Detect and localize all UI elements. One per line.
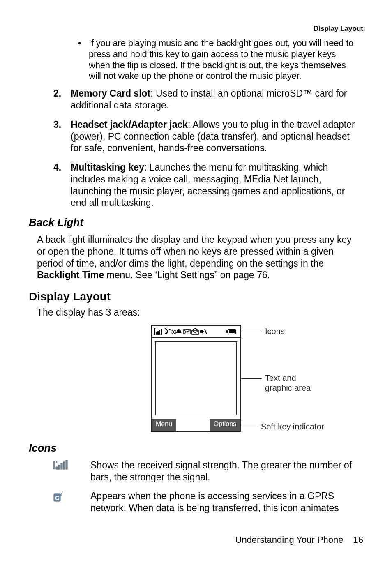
svg-rect-14 [229, 330, 231, 333]
svg-marker-1 [156, 332, 157, 335]
label-soft-key: Soft key indicator [261, 422, 324, 431]
svg-rect-20 [56, 467, 58, 469]
svg-rect-23 [63, 462, 65, 469]
footer-section: Understanding Your Phone [235, 535, 344, 545]
item-text: Headset jack/Adapter jack: Allows you to… [71, 119, 359, 154]
phone-screen-outline: 3G [151, 325, 241, 432]
svg-marker-10 [202, 330, 204, 334]
icon-row-gprs: G Appears when the phone is accessing se… [53, 490, 359, 514]
item-text: Multitasking key: Launches the menu for … [71, 161, 359, 209]
list-item-4: 4. Multitasking key: Launches the menu f… [53, 161, 359, 209]
status-icons-illustration: 3G [154, 327, 236, 336]
svg-text:G: G [55, 495, 60, 501]
svg-point-32 [59, 495, 60, 496]
signal-strength-icon [53, 459, 90, 483]
label-text-area-1: Text and [265, 374, 296, 383]
paragraph-backlight: A back light illuminates the display and… [37, 234, 359, 281]
item-lead: Memory Card slot [71, 88, 150, 99]
display-diagram: 3G [29, 325, 363, 432]
svg-rect-15 [231, 330, 233, 333]
svg-marker-3 [159, 330, 160, 335]
page-number: 16 [353, 535, 363, 545]
icons-table: Shows the received signal strength. The … [29, 459, 363, 514]
svg-rect-24 [66, 460, 67, 469]
icon-row-signal: Shows the received signal strength. The … [53, 459, 359, 483]
paragraph-display: The display has 3 areas: [37, 307, 359, 318]
list-item-3: 3. Headset jack/Adapter jack: Allows you… [53, 119, 359, 154]
svg-point-5 [169, 329, 171, 330]
svg-marker-2 [157, 331, 159, 335]
soft-key-left: Menu [152, 419, 176, 431]
signal-description: Shows the received signal strength. The … [90, 459, 359, 483]
numbered-list: 2. Memory Card slot: Used to install an … [53, 88, 359, 209]
svg-rect-22 [61, 463, 62, 469]
svg-text:3G: 3G [171, 330, 177, 334]
gprs-icon: G [53, 490, 90, 514]
gprs-description: Appears when the phone is accessing serv… [90, 490, 359, 514]
bullet-text: If you are playing music and the backlig… [89, 38, 359, 82]
item-number: 3. [53, 119, 71, 154]
heading-display-layout: Display Layout [29, 290, 363, 303]
label-icons: Icons [265, 327, 285, 336]
list-item-2: 2. Memory Card slot: Used to install an … [53, 88, 359, 111]
para-bold: Backlight Time [37, 270, 104, 280]
label-text-area-2: graphic area [265, 383, 311, 392]
bullet-item: • If you are playing music and the backl… [78, 38, 359, 82]
svg-rect-19 [56, 461, 57, 463]
svg-rect-0 [154, 328, 155, 335]
heading-back-light: Back Light [29, 216, 363, 229]
svg-marker-4 [161, 329, 162, 335]
soft-key-right: Options [210, 419, 240, 431]
svg-rect-18 [53, 461, 55, 469]
svg-rect-11 [200, 330, 202, 333]
para-part-b: menu. See ‘Light Settings” on page 76. [104, 270, 270, 280]
svg-rect-16 [233, 330, 235, 333]
bullet-marker: • [78, 38, 89, 82]
svg-line-12 [205, 329, 207, 334]
svg-rect-17 [226, 330, 228, 333]
text-graphic-area [155, 341, 237, 415]
page-footer: Understanding Your Phone16 [29, 535, 363, 545]
sub-bullet-block: • If you are playing music and the backl… [78, 38, 359, 82]
item-lead: Headset jack/Adapter jack [71, 119, 188, 130]
icon-bar: 3G [152, 326, 240, 338]
soft-key-bar: Menu Options [152, 419, 240, 431]
item-number: 4. [53, 161, 71, 209]
para-part-a: A back light illuminates the display and… [37, 234, 352, 269]
item-number: 2. [53, 88, 71, 111]
item-lead: Multitasking key [71, 162, 144, 173]
svg-rect-21 [58, 465, 60, 469]
running-header: Display Layout [29, 25, 363, 33]
item-text: Memory Card slot: Used to install an opt… [71, 88, 359, 111]
heading-icons: Icons [29, 442, 363, 454]
page: Display Layout • If you are playing musi… [0, 0, 392, 570]
